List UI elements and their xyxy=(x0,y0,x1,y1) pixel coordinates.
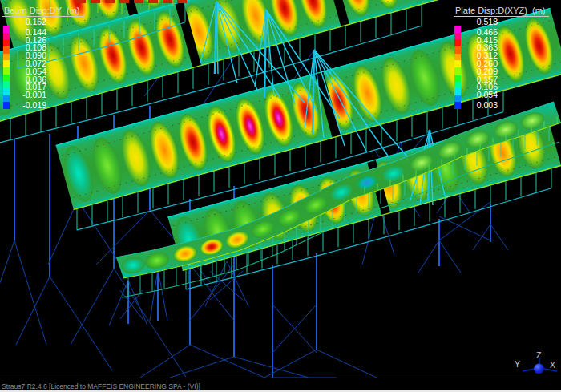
legend-value: -0.019 xyxy=(14,102,46,110)
axis-z-label: Z xyxy=(536,350,542,360)
plate-displacement-legend: Plate Disp:D(XYZ) (m) 0.518 0.466 0.415 … xyxy=(454,2,549,110)
legend-value: 0.162 xyxy=(14,18,46,26)
legend-value: 0.003 xyxy=(466,102,498,110)
origin-sphere-icon xyxy=(534,364,544,374)
statusbar-text: Straus7 R2.4.6 [Licenced to MAFFEIS ENGI… xyxy=(2,382,200,390)
legend-value: 0.518 xyxy=(466,18,498,26)
axis-y-label: Y xyxy=(515,359,520,369)
beam-displacement-legend: Beam Disp:DY (m) 0.162 0.144 0.126 0.108… xyxy=(2,2,84,110)
plate-legend-colorbar xyxy=(454,26,461,109)
straus7-window: Z Y X Beam Disp:DY (m) 0.162 0.144 0.126… xyxy=(0,0,561,392)
plate-legend-title: Plate Disp:D(XYZ) (m) xyxy=(454,6,549,17)
beam-legend-values: 0.162 0.144 0.126 0.108 0.090 0.072 0.05… xyxy=(14,18,46,110)
legend-value: 0.054 xyxy=(466,91,498,99)
statusbar-separator xyxy=(0,378,561,378)
axis-x-label: X xyxy=(550,360,555,370)
beam-legend-title: Beam Disp:DY (m) xyxy=(2,6,84,17)
legend-value: -0.001 xyxy=(14,91,46,99)
plate-legend-values: 0.518 0.466 0.415 0.363 0.312 0.260 0.20… xyxy=(466,18,498,110)
beam-legend-colorbar xyxy=(3,26,10,109)
axis-triad: Z Y X xyxy=(515,350,557,374)
